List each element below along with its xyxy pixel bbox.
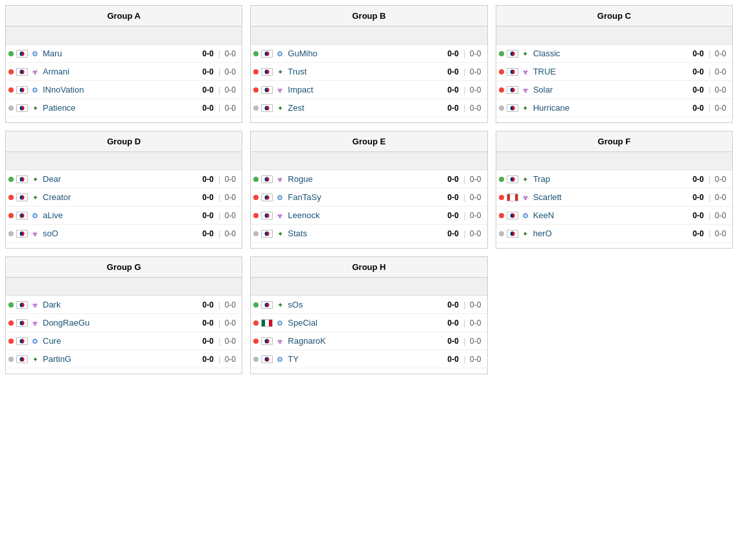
race-icon-p: ✦ bbox=[275, 67, 285, 77]
player-row: ✦ Hurricane 0-0 | 0-0 bbox=[496, 99, 732, 117]
status-dot bbox=[253, 87, 259, 93]
player-row: ✦ Trap 0-0 | 0-0 bbox=[496, 170, 732, 188]
player-row: ✦ sOs 0-0 | 0-0 bbox=[251, 296, 487, 314]
race-icon-p: ✦ bbox=[520, 103, 531, 113]
player-name[interactable]: soO bbox=[43, 229, 198, 238]
score-map: 0-0 bbox=[443, 67, 463, 76]
group-box-group-b: Group B ⚙ GuMiho 0-0 | 0-0 ✦ Trust 0-0 |… bbox=[250, 5, 487, 123]
group-subheader bbox=[6, 27, 242, 45]
bottom-groups-grid: Group G ☣ Dark 0-0 | 0-0 ☣ DongRaeGu 0-0… bbox=[5, 256, 733, 374]
player-name[interactable]: Stats bbox=[288, 229, 443, 238]
flag-kr bbox=[16, 86, 28, 94]
player-name[interactable]: Armani bbox=[43, 67, 198, 76]
player-row: ✦ Classic 0-0 | 0-0 bbox=[496, 45, 732, 63]
player-scores: 0-0 | 0-0 bbox=[443, 85, 484, 95]
score-series: 0-0 bbox=[467, 49, 485, 58]
flag-kr bbox=[16, 319, 28, 327]
flag-kr bbox=[507, 230, 518, 238]
player-name[interactable]: GuMiho bbox=[288, 49, 443, 58]
player-scores: 0-0 | 0-0 bbox=[198, 103, 239, 113]
player-scores: 0-0 | 0-0 bbox=[689, 210, 730, 220]
flag-kr bbox=[16, 212, 28, 219]
group-footer bbox=[496, 117, 732, 122]
player-row: ☣ soO 0-0 | 0-0 bbox=[6, 225, 242, 243]
score-series: 0-0 bbox=[711, 229, 730, 238]
player-name[interactable]: sOs bbox=[288, 300, 443, 309]
player-name[interactable]: Zest bbox=[288, 103, 443, 113]
player-name[interactable]: RagnaroK bbox=[288, 336, 443, 346]
status-dot bbox=[253, 177, 259, 182]
score-series: 0-0 bbox=[221, 355, 239, 364]
status-dot bbox=[253, 231, 259, 236]
flag-kr bbox=[261, 50, 273, 58]
player-name[interactable]: Maru bbox=[43, 49, 198, 58]
player-name[interactable]: SpeCial bbox=[288, 318, 443, 328]
race-icon-z: ☣ bbox=[30, 318, 40, 328]
player-scores: 0-0 | 0-0 bbox=[689, 192, 730, 202]
race-icon-t: ⚙ bbox=[30, 210, 40, 221]
score-map: 0-0 bbox=[198, 229, 218, 238]
player-name[interactable]: Cure bbox=[43, 336, 198, 346]
score-series: 0-0 bbox=[467, 211, 485, 220]
player-name[interactable]: FanTaSy bbox=[288, 192, 443, 202]
player-name[interactable]: Classic bbox=[533, 49, 689, 58]
player-name[interactable]: Patience bbox=[43, 103, 198, 113]
player-row: ☣ Dark 0-0 | 0-0 bbox=[6, 296, 242, 314]
status-dot bbox=[8, 195, 14, 200]
status-dot bbox=[253, 357, 259, 362]
flag-kr bbox=[507, 50, 518, 58]
score-series: 0-0 bbox=[467, 300, 485, 309]
race-icon-z: ☣ bbox=[520, 192, 531, 203]
player-name[interactable]: Creator bbox=[43, 192, 198, 202]
player-name[interactable]: herO bbox=[533, 229, 689, 238]
flag-kr bbox=[16, 104, 28, 112]
player-name[interactable]: Impact bbox=[288, 85, 443, 95]
player-scores: 0-0 | 0-0 bbox=[689, 49, 730, 58]
flag-kr bbox=[16, 337, 28, 345]
player-name[interactable]: PartinG bbox=[43, 354, 198, 364]
player-name[interactable]: Dark bbox=[43, 300, 198, 309]
race-icon-z: ☣ bbox=[520, 85, 531, 95]
player-row: ⚙ Maru 0-0 | 0-0 bbox=[6, 45, 242, 63]
player-name[interactable]: Leenock bbox=[288, 210, 443, 220]
player-name[interactable]: Rogue bbox=[288, 174, 443, 184]
player-name[interactable]: Scarlett bbox=[533, 192, 689, 202]
score-map: 0-0 bbox=[443, 193, 463, 202]
flag-kr bbox=[261, 355, 273, 363]
status-dot bbox=[499, 106, 504, 111]
player-name[interactable]: Hurricane bbox=[533, 103, 689, 113]
race-icon-z: ☣ bbox=[520, 67, 531, 77]
player-name[interactable]: TRUE bbox=[533, 67, 689, 76]
player-name[interactable]: Trust bbox=[288, 67, 443, 76]
race-icon-p: ✦ bbox=[30, 354, 40, 364]
player-scores: 0-0 | 0-0 bbox=[198, 174, 239, 184]
player-scores: 0-0 | 0-0 bbox=[443, 318, 484, 328]
group-subheader bbox=[251, 152, 487, 170]
status-dot bbox=[499, 51, 504, 56]
player-name[interactable]: Trap bbox=[533, 174, 689, 184]
group-subheader bbox=[6, 278, 242, 296]
player-name[interactable]: Solar bbox=[533, 85, 689, 95]
player-name[interactable]: Dear bbox=[43, 174, 198, 184]
player-scores: 0-0 | 0-0 bbox=[198, 67, 239, 76]
group-box-group-h: Group H ✦ sOs 0-0 | 0-0 ⚙ SpeCial 0-0 | … bbox=[250, 256, 487, 374]
score-map: 0-0 bbox=[198, 355, 218, 364]
player-name[interactable]: INnoVation bbox=[43, 85, 198, 95]
player-scores: 0-0 | 0-0 bbox=[443, 300, 484, 309]
score-map: 0-0 bbox=[689, 85, 708, 95]
score-series: 0-0 bbox=[221, 67, 239, 76]
score-map: 0-0 bbox=[689, 49, 708, 58]
player-name[interactable]: aLive bbox=[43, 210, 198, 220]
group-box-group-a: Group A ⚙ Maru 0-0 | 0-0 ☣ Armani 0-0 | … bbox=[5, 5, 242, 123]
player-scores: 0-0 | 0-0 bbox=[443, 354, 484, 364]
player-name[interactable]: KeeN bbox=[533, 210, 689, 220]
player-name[interactable]: DongRaeGu bbox=[43, 318, 198, 328]
status-dot bbox=[253, 106, 259, 111]
status-dot bbox=[8, 87, 14, 93]
player-row: ☣ Rogue 0-0 | 0-0 bbox=[251, 170, 487, 188]
score-series: 0-0 bbox=[221, 49, 239, 58]
flag-kr bbox=[16, 355, 28, 363]
player-row: ☣ DongRaeGu 0-0 | 0-0 bbox=[6, 314, 242, 332]
player-name[interactable]: TY bbox=[288, 354, 443, 364]
race-icon-z: ☣ bbox=[30, 67, 40, 77]
